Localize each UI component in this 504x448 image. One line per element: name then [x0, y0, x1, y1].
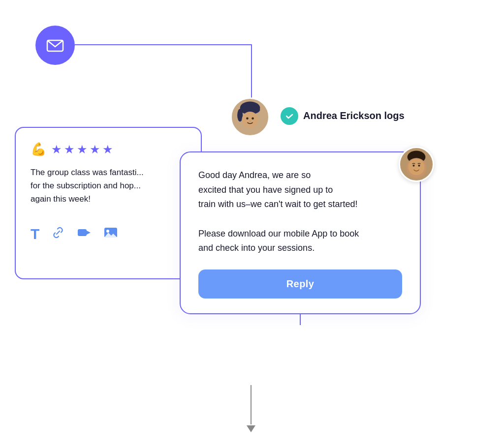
text-tool-icon[interactable]: T: [31, 226, 39, 242]
svg-point-8: [249, 120, 251, 121]
arrow-head-down-2: [247, 425, 255, 432]
svg-point-6: [246, 117, 249, 119]
connector-line-bottom: [251, 385, 252, 424]
svg-point-12: [106, 230, 109, 233]
email-icon: [45, 35, 65, 55]
avatar-female: [230, 97, 270, 137]
checkmark-icon: [284, 111, 294, 121]
scene: Andrea Erickson logs 💪 ★ ★ ★ ★ ★ The gro…: [0, 0, 504, 448]
svg-point-18: [418, 165, 420, 167]
image-tool-icon[interactable]: [103, 226, 118, 243]
video-tool-icon[interactable]: [77, 226, 92, 243]
review-text: The group class was fantasti... for the …: [31, 166, 186, 206]
svg-point-16: [409, 159, 425, 175]
svg-point-17: [412, 165, 414, 167]
review-card: 💪 ★ ★ ★ ★ ★ The group class was fantasti…: [15, 127, 202, 279]
email-icon-circle: [35, 26, 75, 65]
star-2: ★: [64, 143, 75, 156]
review-toolbar: T: [31, 226, 186, 243]
reply-button[interactable]: Reply: [198, 269, 402, 299]
star-3: ★: [77, 143, 88, 156]
svg-point-7: [252, 117, 254, 119]
avatar-male: [399, 147, 434, 182]
message-bubble: Good day Andrea, we are so excited that …: [180, 151, 421, 314]
avatar-female-svg: [232, 99, 268, 135]
link-tool-icon[interactable]: [51, 226, 65, 243]
muscle-emoji: 💪: [31, 142, 46, 157]
star-4: ★: [90, 143, 100, 156]
connector-line-horizontal: [75, 44, 252, 45]
connector-line-vertical: [251, 44, 252, 103]
svg-rect-9: [78, 229, 87, 236]
notification-badge: [281, 107, 298, 125]
avatar-male-svg: [400, 148, 433, 180]
star-1: ★: [51, 143, 62, 156]
message-text: Good day Andrea, we are so excited that …: [198, 168, 402, 256]
svg-point-5: [242, 112, 258, 128]
review-card-header: 💪 ★ ★ ★ ★ ★: [31, 142, 186, 157]
stars-container: ★ ★ ★ ★ ★: [51, 143, 113, 156]
star-5: ★: [102, 143, 113, 156]
notification-label: Andrea Erickson logs: [303, 110, 405, 121]
svg-marker-10: [87, 231, 91, 235]
